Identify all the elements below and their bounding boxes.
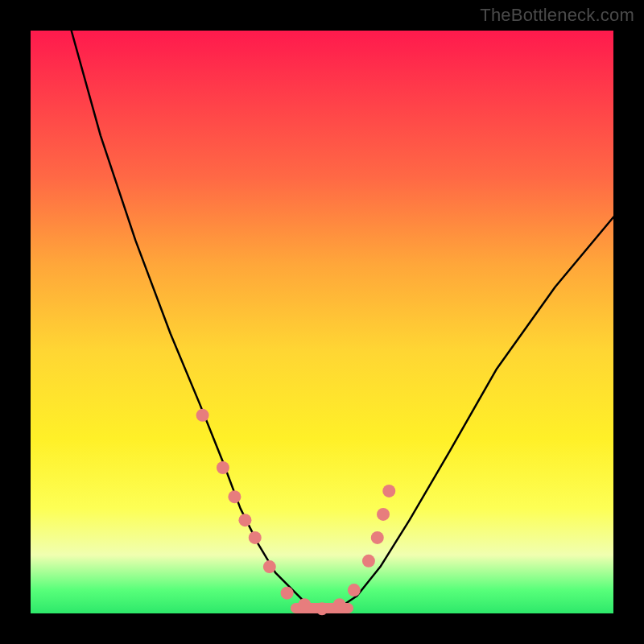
curve-curve-left (72, 31, 328, 610)
data-point (298, 598, 311, 611)
plot-area (31, 31, 613, 613)
data-point (249, 531, 262, 544)
data-point (333, 598, 346, 611)
curve-curve-right (328, 217, 613, 611)
data-point (281, 587, 294, 600)
watermark-text: TheBottleneck.com (480, 5, 634, 26)
data-point (348, 584, 361, 597)
data-point (371, 531, 384, 544)
data-point (228, 490, 241, 503)
chart-svg (31, 31, 613, 613)
data-point (382, 485, 395, 497)
data-point (316, 602, 328, 615)
data-point (362, 555, 375, 568)
data-point (263, 560, 276, 573)
data-point (196, 409, 209, 422)
chart-frame: TheBottleneck.com (0, 0, 644, 644)
data-point (377, 508, 390, 521)
data-point (217, 461, 229, 474)
data-point (238, 514, 251, 526)
